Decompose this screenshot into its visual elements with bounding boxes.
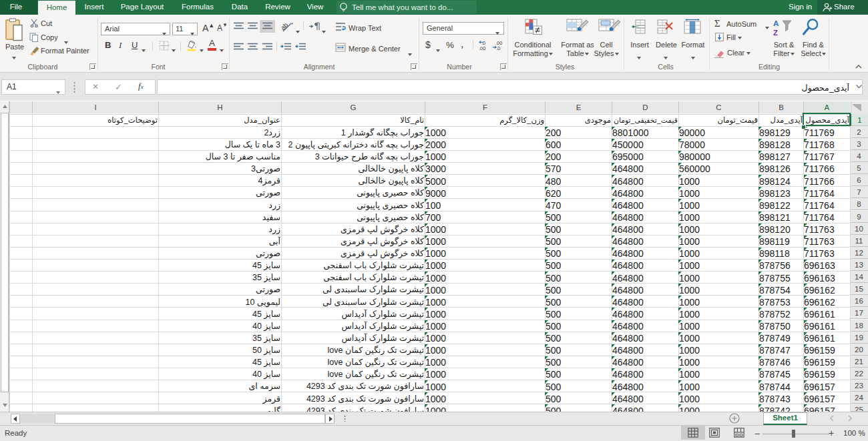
svg-text:.00: .00: [479, 45, 485, 51]
svg-text:A: A: [773, 19, 779, 27]
svg-text:Z: Z: [773, 29, 778, 37]
svg-text:.0: .0: [496, 45, 500, 51]
svg-text:ab: ab: [282, 21, 290, 31]
